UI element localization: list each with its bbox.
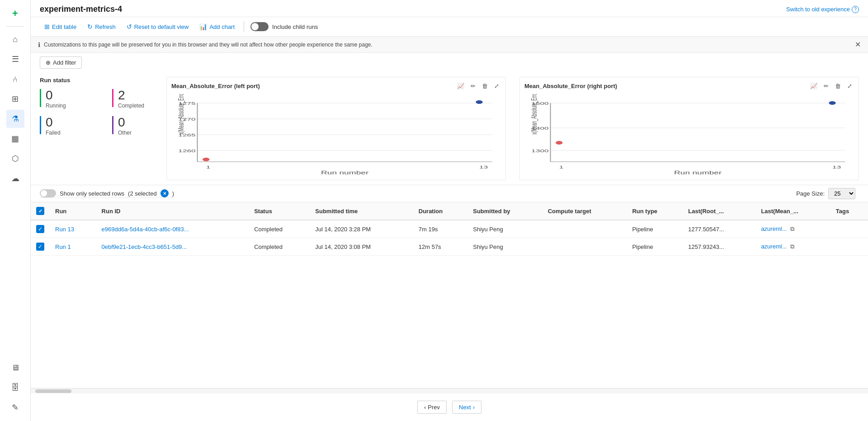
database-icon[interactable]: 🗄 <box>6 379 24 397</box>
other-label: Other <box>118 130 132 136</box>
status-other: 0 Other <box>112 116 166 136</box>
cell-run-type-2: Pipeline <box>627 238 683 256</box>
row-checkbox-2[interactable]: ✓ <box>31 238 50 256</box>
info-icon: ℹ <box>38 41 40 48</box>
table-row: ✓ Run 13 e969dd6a-5d4a-40cb-af6c-0f83...… <box>31 220 868 238</box>
col-status[interactable]: Status <box>249 202 310 220</box>
flask-icon[interactable]: ⚗ <box>6 110 24 128</box>
cell-tags-2 <box>830 238 868 256</box>
run-status-panel: Run status 0 Running <box>40 77 166 180</box>
node-icon[interactable]: ⬡ <box>6 150 24 168</box>
running-bar <box>40 89 41 107</box>
col-compute-target[interactable]: Compute target <box>542 202 627 220</box>
col-submitted-time[interactable]: Submitted time <box>310 202 413 220</box>
col-tags[interactable]: Tags <box>830 202 868 220</box>
svg-point-15 <box>476 100 482 104</box>
cell-submitted-by-2: Shiyu Peng <box>467 238 542 256</box>
home-icon[interactable]: ⌂ <box>6 30 24 48</box>
status-failed: 0 Failed <box>40 116 94 136</box>
runs-table-wrapper: ✓ Run Run ID Status Submitted time Durat… <box>31 202 868 388</box>
include-child-runs-toggle-area: Include child runs <box>250 22 318 31</box>
chart-icon: 📊 <box>199 23 207 30</box>
grid-icon[interactable]: ▦ <box>6 130 24 148</box>
document-icon[interactable]: ☰ <box>6 50 24 68</box>
cell-submitted-time-2: Jul 14, 2020 3:08 PM <box>310 238 413 256</box>
chart-right-edit-icon[interactable]: ✏ <box>822 82 830 90</box>
svg-text:1300: 1300 <box>531 149 549 153</box>
cell-status-1: Completed <box>249 220 310 238</box>
refresh-icon: ↻ <box>87 23 93 30</box>
chart-left-line-icon[interactable]: 📈 <box>455 82 466 90</box>
svg-text:1260: 1260 <box>178 149 196 153</box>
reset-icon: ↺ <box>127 23 132 30</box>
cell-run-id-1: e969dd6a-5d4a-40cb-af6c-0f83... <box>96 220 249 238</box>
svg-text:1270: 1270 <box>178 117 196 122</box>
chevron-right-icon: › <box>473 404 475 411</box>
cloud-icon[interactable]: ☁ <box>6 169 24 187</box>
plus-icon[interactable]: + <box>6 5 24 23</box>
run-status-title: Run status <box>40 77 166 84</box>
failed-bar <box>40 116 41 134</box>
prev-button[interactable]: ‹ Prev <box>417 401 447 414</box>
cell-last-root-2: 1257.93243... <box>683 238 755 256</box>
horizontal-scrollbar[interactable] <box>31 388 868 393</box>
select-all-header[interactable]: ✓ <box>31 202 50 220</box>
refresh-button[interactable]: ↻ Refresh <box>83 21 120 33</box>
col-run[interactable]: Run <box>50 202 96 220</box>
next-button[interactable]: Next › <box>452 401 481 414</box>
svg-text:1275: 1275 <box>178 101 196 106</box>
runs-table: ✓ Run Run ID Status Submitted time Durat… <box>31 202 868 256</box>
col-duration[interactable]: Duration <box>413 202 467 220</box>
col-last-root[interactable]: Last(Root_... <box>683 202 755 220</box>
charts-area: Mean_Absolute_Error (left port) 📈 ✏ 🗑 ⤢ … <box>166 77 859 180</box>
add-chart-button[interactable]: 📊 Add chart <box>195 21 239 33</box>
svg-text:1: 1 <box>559 165 564 169</box>
show-selected-toggle[interactable] <box>40 189 56 197</box>
col-run-id[interactable]: Run ID <box>96 202 249 220</box>
chart-left-delete-icon[interactable]: 🗑 <box>480 82 490 90</box>
col-submitted-by[interactable]: Submitted by <box>467 202 542 220</box>
run-13-link[interactable]: Run 13 <box>55 226 74 233</box>
run-1-link[interactable]: Run 1 <box>55 243 71 250</box>
row-checkbox-1[interactable]: ✓ <box>31 220 50 238</box>
svg-text:1265: 1265 <box>178 133 196 137</box>
chart-left-title: Mean_Absolute_Error (left port) <box>171 83 260 89</box>
include-child-toggle[interactable] <box>250 22 269 31</box>
stats-charts-section: Run status 0 Running <box>31 72 868 185</box>
chart-left-expand-icon[interactable]: ⤢ <box>492 82 501 90</box>
switch-old-experience-link[interactable]: Switch to old experience ? <box>786 6 859 13</box>
chart-left-edit-icon[interactable]: ✏ <box>469 82 477 90</box>
pagination-area: ‹ Prev Next › <box>31 393 868 421</box>
cell-run-id-2: 0ebf9e21-1ecb-4cc3-b651-5d9... <box>96 238 249 256</box>
chart-right-delete-icon[interactable]: 🗑 <box>833 82 843 90</box>
hierarchy-icon[interactable]: ⊞ <box>6 90 24 108</box>
chart-right-line-icon[interactable]: 📈 <box>808 82 819 90</box>
reset-default-button[interactable]: ↺ Reset to default view <box>122 21 193 33</box>
col-run-type[interactable]: Run type <box>627 202 683 220</box>
svg-text:1400: 1400 <box>531 126 549 131</box>
chart-right-expand-icon[interactable]: ⤢ <box>845 82 854 90</box>
status-running: 0 Running <box>40 89 94 109</box>
page-size-select[interactable]: 25 10 50 100 <box>828 188 855 199</box>
help-circle-icon: ? <box>852 6 859 13</box>
header: experiment-metrics-4 Switch to old exper… <box>31 0 868 17</box>
cell-run-2: Run 1 <box>50 238 96 256</box>
edit-table-button[interactable]: ⊞ Edit table <box>40 21 81 33</box>
col-last-mean[interactable]: Last(Mean_... <box>755 202 830 220</box>
branch-icon[interactable]: ⑃ <box>6 70 24 88</box>
cell-tags-1 <box>830 220 868 238</box>
svg-text:Run number: Run number <box>321 170 368 175</box>
selection-count: (2 selected <box>128 190 157 197</box>
table-header-row: ✓ Run Run ID Status Submitted time Durat… <box>31 202 868 220</box>
monitor-icon[interactable]: 🖥 <box>6 359 24 377</box>
cell-submitted-time-1: Jul 14, 2020 3:28 PM <box>310 220 413 238</box>
edit-icon[interactable]: ✎ <box>6 398 24 416</box>
cell-compute-target-1 <box>542 220 627 238</box>
close-banner-button[interactable]: ✕ <box>855 40 861 49</box>
cell-run-1: Run 13 <box>50 220 96 238</box>
other-count: 0 <box>118 116 132 129</box>
copy-icon-2[interactable]: ⧉ <box>790 243 794 250</box>
copy-icon-1[interactable]: ⧉ <box>790 225 794 232</box>
cell-duration-2: 12m 57s <box>413 238 467 256</box>
add-filter-button[interactable]: ⊕ Add filter <box>40 56 82 69</box>
